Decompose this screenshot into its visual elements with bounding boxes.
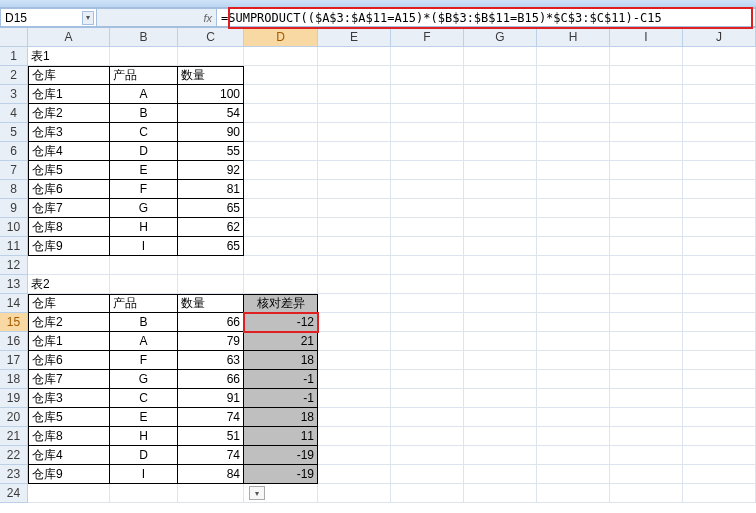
cell-G3[interactable] (464, 85, 537, 104)
cell-E11[interactable] (318, 237, 391, 256)
cell-D4[interactable] (244, 104, 318, 123)
cell-D22[interactable]: -19 (244, 446, 318, 465)
cell-J14[interactable] (683, 294, 756, 313)
cell-I16[interactable] (610, 332, 683, 351)
cell-D1[interactable] (244, 47, 318, 66)
select-all-corner[interactable] (0, 28, 28, 47)
row-header-23[interactable]: 23 (0, 465, 28, 484)
cell-F6[interactable] (391, 142, 464, 161)
column-header-A[interactable]: A (28, 28, 110, 47)
cell-C5[interactable]: 90 (178, 123, 244, 142)
cell-F4[interactable] (391, 104, 464, 123)
cell-H3[interactable] (537, 85, 610, 104)
cell-A20[interactable]: 仓库5 (28, 408, 110, 427)
cell-B9[interactable]: G (110, 199, 178, 218)
cell-G14[interactable] (464, 294, 537, 313)
cell-J8[interactable] (683, 180, 756, 199)
cell-J12[interactable] (683, 256, 756, 275)
cell-G18[interactable] (464, 370, 537, 389)
cell-A8[interactable]: 仓库6 (28, 180, 110, 199)
cell-J19[interactable] (683, 389, 756, 408)
cell-C7[interactable]: 92 (178, 161, 244, 180)
cell-H14[interactable] (537, 294, 610, 313)
cell-D8[interactable] (244, 180, 318, 199)
cell-H15[interactable] (537, 313, 610, 332)
cell-A13[interactable]: 表2 (28, 275, 110, 294)
cell-G6[interactable] (464, 142, 537, 161)
cell-F3[interactable] (391, 85, 464, 104)
cell-A12[interactable] (28, 256, 110, 275)
cell-H9[interactable] (537, 199, 610, 218)
cell-J3[interactable] (683, 85, 756, 104)
cell-E19[interactable] (318, 389, 391, 408)
cell-F24[interactable] (391, 484, 464, 503)
cell-G10[interactable] (464, 218, 537, 237)
cell-A14[interactable]: 仓库 (28, 294, 110, 313)
cell-B13[interactable] (110, 275, 178, 294)
paste-options-icon[interactable]: ▾ (249, 486, 265, 500)
cell-G15[interactable] (464, 313, 537, 332)
row-header-3[interactable]: 3 (0, 85, 28, 104)
cell-H2[interactable] (537, 66, 610, 85)
cell-D21[interactable]: 11 (244, 427, 318, 446)
cell-A17[interactable]: 仓库6 (28, 351, 110, 370)
cell-H10[interactable] (537, 218, 610, 237)
cell-I4[interactable] (610, 104, 683, 123)
cell-D10[interactable] (244, 218, 318, 237)
cell-I10[interactable] (610, 218, 683, 237)
cell-J21[interactable] (683, 427, 756, 446)
cell-H13[interactable] (537, 275, 610, 294)
cell-E10[interactable] (318, 218, 391, 237)
cell-F9[interactable] (391, 199, 464, 218)
cell-I24[interactable] (610, 484, 683, 503)
cell-E8[interactable] (318, 180, 391, 199)
cell-J10[interactable] (683, 218, 756, 237)
row-header-9[interactable]: 9 (0, 199, 28, 218)
row-header-5[interactable]: 5 (0, 123, 28, 142)
cell-H19[interactable] (537, 389, 610, 408)
cell-A21[interactable]: 仓库8 (28, 427, 110, 446)
cell-A19[interactable]: 仓库3 (28, 389, 110, 408)
cell-D9[interactable] (244, 199, 318, 218)
cell-G22[interactable] (464, 446, 537, 465)
cell-G21[interactable] (464, 427, 537, 446)
cell-E21[interactable] (318, 427, 391, 446)
cell-B3[interactable]: A (110, 85, 178, 104)
cell-I17[interactable] (610, 351, 683, 370)
cell-D16[interactable]: 21 (244, 332, 318, 351)
cell-I12[interactable] (610, 256, 683, 275)
cell-E23[interactable] (318, 465, 391, 484)
cell-G7[interactable] (464, 161, 537, 180)
cell-D23[interactable]: -19 (244, 465, 318, 484)
cell-I19[interactable] (610, 389, 683, 408)
cell-E16[interactable] (318, 332, 391, 351)
cell-J6[interactable] (683, 142, 756, 161)
cell-H21[interactable] (537, 427, 610, 446)
cell-F2[interactable] (391, 66, 464, 85)
cell-F8[interactable] (391, 180, 464, 199)
cell-I14[interactable] (610, 294, 683, 313)
cell-B14[interactable]: 产品 (110, 294, 178, 313)
cell-C18[interactable]: 66 (178, 370, 244, 389)
fx-icon[interactable]: fx (203, 12, 212, 24)
cell-F16[interactable] (391, 332, 464, 351)
cell-J13[interactable] (683, 275, 756, 294)
cell-J20[interactable] (683, 408, 756, 427)
cell-J15[interactable] (683, 313, 756, 332)
cell-C17[interactable]: 63 (178, 351, 244, 370)
cell-F22[interactable] (391, 446, 464, 465)
cell-J2[interactable] (683, 66, 756, 85)
cell-B20[interactable]: E (110, 408, 178, 427)
spreadsheet-grid[interactable]: ABCDEFGHIJ1表12仓库产品数量3仓库1A1004仓库2B545仓库3C… (0, 28, 756, 503)
cell-H5[interactable] (537, 123, 610, 142)
cell-F14[interactable] (391, 294, 464, 313)
cell-I3[interactable] (610, 85, 683, 104)
cell-D6[interactable] (244, 142, 318, 161)
cell-D20[interactable]: 18 (244, 408, 318, 427)
cell-I13[interactable] (610, 275, 683, 294)
cell-J7[interactable] (683, 161, 756, 180)
cell-F5[interactable] (391, 123, 464, 142)
row-header-10[interactable]: 10 (0, 218, 28, 237)
cell-A5[interactable]: 仓库3 (28, 123, 110, 142)
cell-D15[interactable]: -12 (244, 313, 318, 332)
